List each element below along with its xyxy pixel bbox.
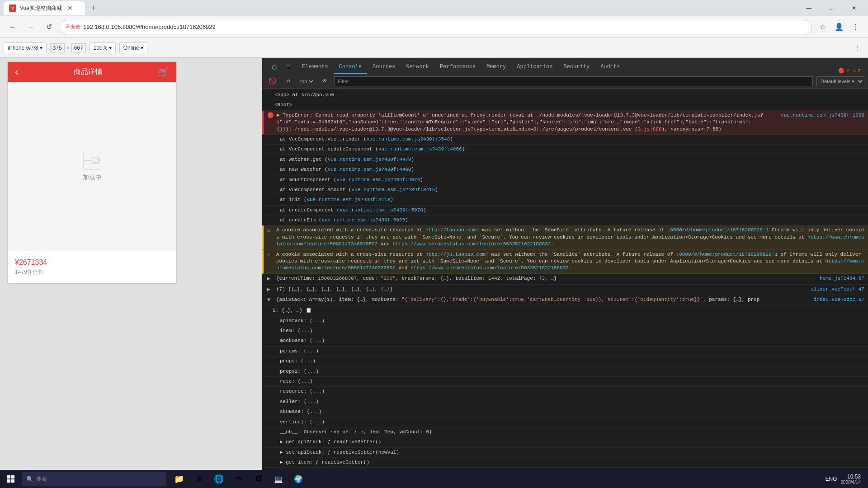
devtools-console-content[interactable]: <App> at src/App.vue <Root> 🔴 ▶ TypeErro… [262, 89, 868, 474]
tab-favicon: V [9, 5, 16, 12]
log-source-1[interactable]: home.js?c4d4:67 [774, 275, 864, 283]
context-selector[interactable]: top [298, 78, 315, 84]
close-button[interactable]: ✕ [844, 1, 864, 15]
phone-preview-area: ‹ 商品详情 🛒 加载中 [0, 58, 262, 488]
dimension-separator: × [66, 45, 70, 51]
console-line[interactable]: ▶ get apiStack: ƒ reactiveGetter() [262, 437, 868, 447]
log-levels-selector[interactable]: Default levels ▾ [816, 76, 864, 86]
height-value[interactable]: 667 [71, 43, 86, 52]
console-line: S: {…}, …} 📋 [262, 306, 868, 316]
taskbar-app-edge[interactable]: 🌐 [210, 470, 228, 488]
console-line: at createComponent (vue.runtime.esm.js?4… [262, 206, 868, 216]
taskbar-tray: ENG 10:53 2020/4/14 [818, 474, 868, 485]
console-expanded-row[interactable]: ▼ {apiStack: Array(1), item: {…}, mockDa… [262, 295, 868, 306]
svg-line-1 [92, 161, 94, 164]
preserve-log-button[interactable]: ⊘ [282, 75, 295, 88]
console-line[interactable]: ▶ set apiStack: ƒ reactiveSetter(newVal) [262, 448, 868, 458]
phone-price: ¥2671334 [15, 258, 169, 267]
warning-icon: ⚠ [267, 227, 274, 248]
log-source-2[interactable]: slider.vue?eaef:47 [774, 286, 864, 294]
bookmark-button[interactable]: ☆ [816, 20, 830, 34]
svg-point-4 [97, 158, 99, 160]
device-selector[interactable]: iPhone 6/7/8 ▾ [4, 42, 47, 53]
console-line: at new Watcher (vue.runtime.esm.js?439f:… [262, 165, 868, 175]
console-line: <App> at src/App.vue [262, 90, 868, 100]
tab-elements[interactable]: Elements [297, 61, 334, 74]
security-indicator: 不安全 [66, 23, 80, 30]
taskbar-search[interactable]: 🔍 搜索 [22, 472, 166, 486]
console-object-row[interactable]: ▶ {currentTime: 1586832668307, code: "20… [262, 274, 868, 285]
console-line: params: (...) [262, 347, 868, 357]
loading-text: 加载中 [83, 174, 102, 182]
phone-cart-button[interactable]: 🛒 [158, 66, 169, 77]
browser-tab[interactable]: V Vue实现整淘商城 ✕ [4, 1, 85, 15]
console-warning-row-2[interactable]: ⚠ A cookie associated with a cross-site … [262, 250, 868, 274]
warning-icon-2: ⚠ [267, 251, 274, 272]
dimension-display: 375 × 667 [50, 43, 86, 52]
tab-audits[interactable]: Audits [595, 61, 625, 74]
svg-rect-6 [11, 475, 14, 479]
console-array-row[interactable]: ▶ (7) [{…}, {…}, {…}, {…}, {…}, {…}, {…}… [262, 285, 868, 296]
taskbar-app-mail[interactable]: ✉ [190, 470, 208, 488]
console-line: at init (vue.runtime.esm.js?439f:3118) [262, 195, 868, 205]
date-display: 2020/4/14 [841, 480, 861, 485]
phone-back-button[interactable]: ‹ [15, 66, 19, 78]
svg-line-2 [94, 161, 97, 163]
console-line: at VueComponent.Vue._render (vue.runtime… [262, 135, 868, 145]
tab-title: Vue实现整淘商城 [20, 5, 62, 12]
console-line: resource: (...) [262, 387, 868, 397]
tab-network[interactable]: Network [401, 61, 434, 74]
console-warning-row[interactable]: ⚠ A cookie associated with a cross-site … [262, 225, 868, 249]
new-tab-button[interactable]: + [87, 1, 100, 15]
back-button[interactable]: ← [5, 20, 20, 34]
tab-close-button[interactable]: ✕ [67, 5, 73, 12]
zoom-selector[interactable]: 100% ▾ [90, 42, 116, 53]
width-value[interactable]: 375 [50, 43, 65, 52]
clear-console-button[interactable]: 🚫 [266, 75, 278, 88]
account-button[interactable]: 👤 [832, 20, 846, 34]
tab-performance[interactable]: Performance [434, 61, 481, 74]
console-error-row[interactable]: 🔴 ▶ TypeError: Cannot read property 'all… [262, 111, 868, 135]
taskbar-app-code[interactable]: 💻 [269, 470, 288, 488]
window-controls: — □ ✕ [798, 1, 864, 15]
taskbar-app-chrome[interactable]: 🌍 [289, 470, 307, 488]
console-line: vertical: (...) [262, 418, 868, 427]
taskbar-app-photos[interactable]: 🖼 [250, 470, 268, 488]
taskbar-app-store[interactable]: 🛍 [230, 470, 248, 488]
start-button[interactable] [0, 470, 22, 488]
address-bar[interactable]: 不安全 192.168.0.106:8080/#/home/product/18… [60, 20, 812, 34]
reload-button[interactable]: ↺ [42, 20, 56, 34]
expand-icon-3: ▼ [267, 296, 274, 304]
tab-memory[interactable]: Memory [481, 61, 511, 74]
forward-button[interactable]: → [24, 20, 38, 34]
console-line[interactable]: ▶ get item: ƒ reactiveGetter() [262, 458, 868, 468]
log-source-3[interactable]: index.vue?0dbc:37 [774, 296, 864, 304]
taskbar: 🔍 搜索 📁 ✉ 🌐 🛍 🖼 💻 🌍 ENG 10:53 2020/4/14 [0, 470, 868, 488]
network-selector[interactable]: Online ▾ [119, 42, 147, 53]
tab-sources[interactable]: Sources [367, 61, 401, 74]
error-source[interactable]: vue.runtime.esm.js?439f:1888 [774, 112, 864, 133]
console-line: skuBase: (...) [262, 407, 868, 417]
device-toggle-icon[interactable]: 📱 [282, 61, 295, 74]
svg-rect-5 [7, 475, 10, 479]
maximize-button[interactable]: □ [821, 1, 842, 15]
console-line: at VueComponent.updateComponent (vue.run… [262, 145, 868, 155]
inspect-icon[interactable]: ⬡ [268, 61, 280, 74]
console-line: mockData: (...) [262, 336, 868, 346]
loading-icon [83, 152, 101, 170]
eye-icon[interactable]: 👁 [318, 75, 331, 88]
tab-security[interactable]: Security [558, 61, 595, 74]
menu-button[interactable]: ⋮ [848, 20, 863, 34]
error-icon: 🔴 [267, 112, 274, 133]
taskbar-app-files[interactable]: 📁 [170, 470, 188, 488]
taskbar-apps: 📁 ✉ 🌐 🛍 🖼 💻 🌍 [166, 470, 311, 488]
more-options-button[interactable]: ⋮ [850, 42, 864, 54]
tab-console[interactable]: Console [334, 61, 367, 74]
browser-window: V Vue实现整淘商城 ✕ + — □ ✕ ← → ↺ 不安全 192.168.… [0, 0, 868, 488]
console-line: at mountComponent (vue.runtime.esm.js?43… [262, 175, 868, 185]
tab-application[interactable]: Application [511, 61, 558, 74]
device-toolbar: iPhone 6/7/8 ▾ 375 × 667 100% ▾ Online ▾… [0, 38, 868, 58]
minimize-button[interactable]: — [798, 1, 819, 15]
filter-input[interactable] [335, 76, 813, 86]
main-area: ‹ 商品详情 🛒 加载中 [0, 58, 868, 488]
